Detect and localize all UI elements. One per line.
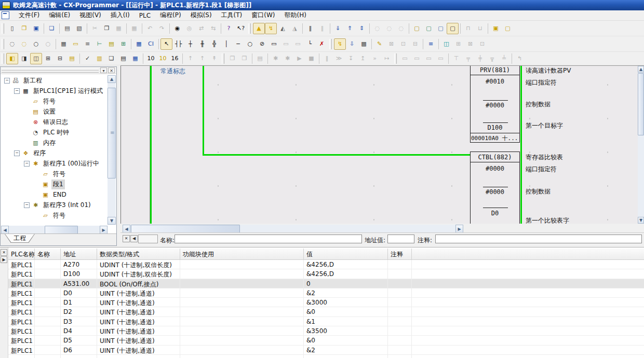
toggle-monitor-window-icon[interactable]: ▢: [447, 23, 459, 34]
help-icon[interactable]: ?: [223, 23, 235, 34]
scroll-right-icon[interactable]: ▶: [455, 225, 463, 233]
show-monitor-values-icon[interactable]: ⊢: [93, 38, 105, 50]
watch-cell-comment[interactable]: [388, 336, 412, 345]
paste-icon[interactable]: ▦: [113, 23, 125, 34]
toolbar-grip[interactable]: [2, 53, 4, 64]
go-to-prev-address-icon[interactable]: ↑: [196, 53, 208, 64]
send-online-changes-icon[interactable]: ⇩: [346, 38, 358, 50]
prv-operand-1[interactable]: #0010: [471, 78, 519, 85]
scroll-left-icon[interactable]: ◀: [123, 225, 130, 233]
go-to-input-icon[interactable]: ↟: [208, 53, 220, 64]
watch-cell-comment[interactable]: [388, 346, 412, 354]
menu-item-0[interactable]: 文件(F): [14, 10, 44, 21]
print-report-icon[interactable]: ❏: [46, 23, 58, 34]
io-comment-icon[interactable]: ❏: [105, 53, 117, 64]
watch-cell-name[interactable]: [35, 260, 61, 269]
simulation-pause-icon[interactable]: ‖: [321, 53, 333, 64]
ladder-tool-5-icon[interactable]: ╧: [498, 53, 510, 64]
ctbl-operand-1[interactable]: #0000: [471, 165, 519, 172]
watch-cell-fb[interactable]: [180, 307, 304, 316]
continuous-step-icon[interactable]: »: [369, 53, 381, 64]
watch-cell-fb[interactable]: [180, 317, 304, 326]
watch-column-header[interactable]: 数据类型/格式: [97, 249, 180, 259]
paste-special-icon[interactable]: ▦: [128, 23, 140, 34]
monitor-in-window-icon[interactable]: ◫: [440, 38, 452, 50]
watch-cell-type[interactable]: UINT (十进制,通道): [97, 346, 180, 354]
watch-cell-fb[interactable]: [180, 260, 304, 269]
menu-item-3[interactable]: 插入(I): [106, 10, 135, 21]
tree-item-memory[interactable]: ▥内存: [1, 137, 108, 148]
watch-cell-address[interactable]: [61, 355, 97, 358]
watch-cell-comment[interactable]: [388, 288, 412, 297]
tree-item-label[interactable]: 符号: [42, 97, 57, 106]
tree-item-label[interactable]: 符号: [51, 211, 67, 221]
watch-cell-plc[interactable]: 新PLC1: [8, 260, 35, 269]
tree-item-label[interactable]: 符号: [51, 169, 67, 179]
watch-cell-comment[interactable]: [388, 317, 412, 326]
menu-item-7[interactable]: 工具(T): [217, 10, 247, 21]
watch-cell-plc[interactable]: 新PLC1: [8, 336, 35, 345]
watch-row-D6[interactable]: 新PLC1D6UINT (十进制,通道)&2: [8, 346, 644, 355]
watch-cell-plc[interactable]: [8, 355, 35, 358]
watch-cell-plc[interactable]: 新PLC1: [8, 279, 35, 288]
watch-cell-comment[interactable]: [388, 269, 412, 278]
online-edit-rungs-icon[interactable]: ↯: [334, 38, 346, 50]
scroll-thumb[interactable]: [45, 226, 78, 234]
monitor-decimal-icon[interactable]: 10: [145, 53, 157, 64]
close-icon[interactable]: ✕: [1, 249, 7, 256]
find-icon[interactable]: ◉: [171, 23, 183, 34]
chevron-down-icon[interactable]: ▾: [100, 67, 107, 73]
force-cancel-icon[interactable]: ◌: [395, 23, 407, 34]
step-in-icon[interactable]: ↧: [345, 53, 357, 64]
tree-item-program3[interactable]: −✱新程序3 (Int 01): [1, 200, 108, 210]
menu-item-9[interactable]: 帮助(H): [280, 10, 311, 21]
toolbar-grip[interactable]: [329, 39, 332, 49]
watch-cell-name[interactable]: [35, 317, 61, 326]
collapse-icon[interactable]: −: [24, 202, 30, 208]
window-properties-icon[interactable]: ▤: [66, 53, 78, 64]
simulation-run-icon[interactable]: ▶: [293, 53, 305, 64]
force-off-icon[interactable]: ◌: [383, 23, 395, 34]
redo-icon[interactable]: ↷: [156, 23, 168, 34]
watch-row-empty[interactable]: [8, 355, 644, 358]
watch-cell-plc[interactable]: 新PLC1: [8, 326, 35, 335]
transfer-from-plc-icon[interactable]: ⇑: [344, 23, 356, 34]
menu-item-4[interactable]: PLC: [135, 11, 155, 20]
watch-row-D100[interactable]: 新PLC1D100UDINT (十进制,双倍长度)&4256,D: [8, 269, 644, 279]
toggle-plc-memory-window-icon[interactable]: ▢: [411, 23, 423, 34]
network-view-4-icon[interactable]: ▭: [435, 53, 447, 64]
expand-right-icon[interactable]: ▶: [1, 256, 7, 263]
watch-cell-value[interactable]: &3500: [304, 326, 388, 335]
watch-cell-address[interactable]: A531.00: [61, 279, 97, 288]
show-symbol-bar-icon[interactable]: ▦: [133, 38, 145, 50]
zoom-in-icon[interactable]: ◌: [18, 38, 30, 50]
new-instruction-up-icon[interactable]: ▭: [280, 38, 292, 50]
toggle-grid-icon[interactable]: ▦: [58, 38, 70, 50]
tree-item-label[interactable]: 新程序3 (Int 01): [42, 200, 92, 210]
cut-icon[interactable]: ✂: [89, 23, 101, 34]
simulator-window-icon[interactable]: ❐: [238, 53, 250, 64]
tree-item-program3-symbols[interactable]: ▱符号: [1, 210, 108, 221]
toggle-io-table-window-icon[interactable]: ▢: [423, 23, 435, 34]
network-view-1-icon[interactable]: ▭: [399, 53, 411, 64]
watch-cell-plc[interactable]: 新PLC1: [8, 307, 35, 316]
online-edit-verify-icon[interactable]: ⊡: [397, 38, 409, 50]
ctbl-title[interactable]: CTBL(882): [471, 152, 519, 162]
tree-item-label[interactable]: 新PLC1[CP1E] 运行模式: [32, 86, 104, 96]
watch-cell-fb[interactable]: [180, 269, 304, 278]
tree-item-program1-section1[interactable]: ▣段1: [1, 179, 108, 189]
watch-cell-plc[interactable]: 新PLC1: [8, 269, 35, 278]
watch-column-header[interactable]: 地址: [61, 249, 97, 259]
tree-item-label[interactable]: PLC 时钟: [42, 128, 71, 137]
watch-cell-address[interactable]: D4: [61, 326, 97, 335]
watch-cell-value[interactable]: &0: [304, 336, 388, 345]
zoom-tool-icon[interactable]: ◌: [6, 38, 18, 50]
name-input[interactable]: [175, 235, 362, 243]
watch-cell-type[interactable]: UINT (十进制,通道): [97, 288, 180, 297]
check-program-icon[interactable]: ✓: [82, 53, 93, 64]
menu-item-6[interactable]: 模拟(S): [186, 10, 217, 21]
tree-item-global-symbols[interactable]: ▱符号: [1, 96, 108, 106]
watch-cell-address[interactable]: D3: [61, 317, 97, 326]
network-view-2-icon[interactable]: ▭: [411, 53, 423, 64]
show-sections-icon[interactable]: ⊞: [117, 38, 129, 50]
